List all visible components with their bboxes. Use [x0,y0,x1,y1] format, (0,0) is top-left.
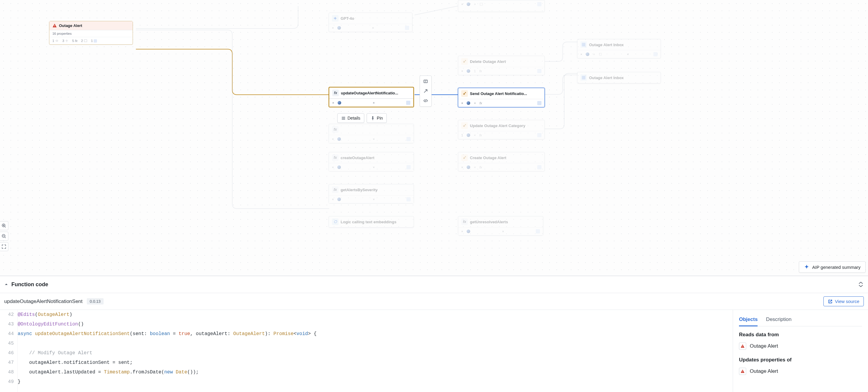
fit-button[interactable] [0,242,8,251]
tab-description[interactable]: Description [766,314,792,326]
db-node-inbox-2[interactable]: Outage Alert Inbox [577,72,661,84]
svg-rect-4 [424,80,427,83]
action-node-create[interactable]: Create Outage Alert ××fx [458,152,545,171]
zoom-in-button[interactable] [0,221,8,230]
node-action-bar: Details Pin [337,113,387,123]
details-button[interactable]: Details [337,113,364,123]
sparkle-icon [804,264,809,270]
fx-icon: fx [461,219,468,225]
open-icon [828,299,833,304]
alert-icon [739,368,746,375]
code-gutter: 4243444546474849 [0,310,18,392]
reads-object[interactable]: Outage Alert [739,341,862,355]
zoom-out-button[interactable] [0,232,8,241]
fx-icon: ⎔ [332,219,339,225]
ai-node-gpt4o[interactable]: GPT-4o ×× [329,12,412,32]
tool-expand-icon[interactable] [422,87,430,95]
tool-code-icon[interactable] [422,96,430,105]
object-node-outage-alert[interactable]: Outage Alert 16 properties 1 3 5fx 2 1 [49,21,133,45]
gavel-icon [461,90,468,97]
expand-panel-icon[interactable] [858,281,864,287]
fx-node-anon[interactable]: fx ×× [329,124,414,143]
action-node-updatecat[interactable]: Update Outage Alert Category 1×fx [458,120,545,139]
tool-message-icon[interactable] [422,77,430,86]
ai-icon [332,15,339,22]
fx-node-unres[interactable]: fxgetUnresolvedAlerts ×× [458,216,543,235]
tab-objects[interactable]: Objects [739,314,757,326]
code-content: @Edits(OutageAlert) @OntologyEditFunctio… [18,310,733,392]
fx-icon: fx [332,187,339,193]
fx-node-getsev[interactable]: fxgetAlertsBySeverity ×× [329,184,414,203]
object-properties-count: 16 properties [50,30,133,37]
fx-node-create[interactable]: fxcreateOutageAlert ×× [329,152,414,171]
svg-rect-3 [582,76,585,79]
alert-icon [739,342,746,350]
chevron-down-icon [4,282,8,286]
gavel-icon [461,58,468,65]
panel-title: Function code [11,281,48,288]
action-node-delete[interactable]: Delete Outage Alert ×1fx [458,56,545,75]
view-source-button[interactable]: View source [824,297,864,306]
fx-node-selected[interactable]: fx updateOutageAlertNotificatio... ×× [329,87,414,107]
fx-node-title: updateOutageAlertNotificatio... [341,91,398,95]
side-tabs: Objects Description [739,314,862,326]
side-panel: Objects Description Reads data from Outa… [733,310,868,392]
gavel-icon [461,155,468,161]
aip-summary-button[interactable]: AIP generated summary [799,261,866,273]
pin-button[interactable]: Pin [367,113,387,123]
alert-icon [52,23,57,28]
action-node-partial-top[interactable]: ×× [458,0,545,12]
object-node-title: Outage Alert [59,23,82,28]
fx-icon: fx [332,155,339,161]
function-version: 0.0.13 [87,298,103,305]
ontology-canvas[interactable]: Outage Alert 16 properties 1 3 5fx 2 1 G… [0,0,868,276]
object-stats: 1 3 5fx 2 1 [50,37,133,44]
function-subheader: updateOutageAlertNotificationSent 0.0.13… [0,293,868,310]
action-node-send[interactable]: Send Outage Alert Notificatio... ××fx [458,88,545,107]
zoom-rail [0,221,8,252]
function-name: updateOutageAlertNotificationSent [4,299,83,305]
grid-icon [580,41,587,48]
svg-rect-0 [84,39,87,42]
fx-icon: fx [332,90,339,96]
db-node-inbox-1[interactable]: Outage Alert Inbox ××× [577,39,661,58]
svg-rect-2 [582,43,585,47]
svg-rect-1 [480,3,483,5]
fx-icon: fx [332,126,339,133]
gavel-icon [461,122,468,129]
node-tool-rail [420,76,432,107]
grid-icon [580,74,587,81]
updates-object[interactable]: Outage Alert [739,366,862,380]
code-editor[interactable]: 4243444546474849 @Edits(OutageAlert) @On… [0,310,733,392]
function-panel-header[interactable]: Function code [0,276,868,293]
updates-heading: Updates properties of [739,357,862,363]
fx-node-logic[interactable]: ⎔Logic calling text embeddings [329,216,414,228]
reads-heading: Reads data from [739,332,862,338]
